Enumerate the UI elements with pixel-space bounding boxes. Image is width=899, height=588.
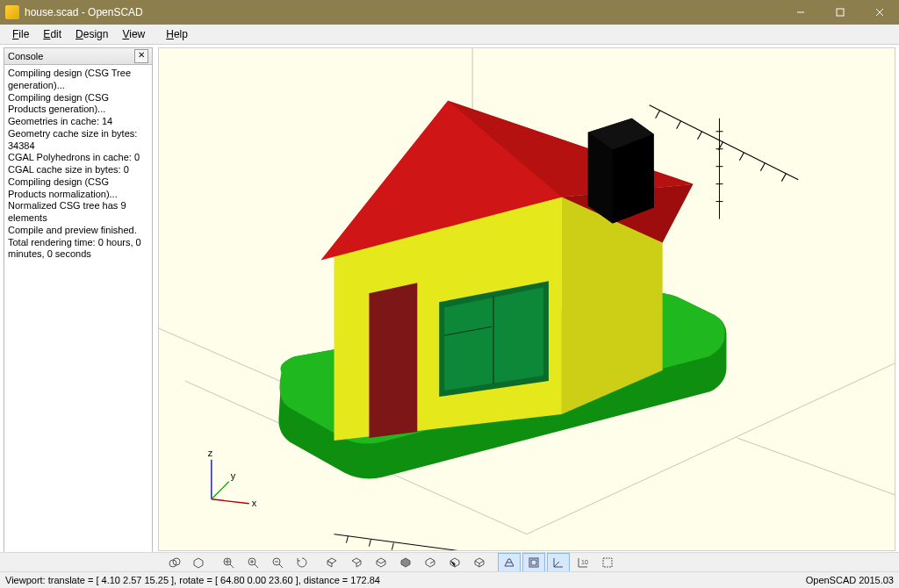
view-left-button[interactable]	[394, 553, 417, 572]
svg-line-12	[698, 132, 702, 140]
house-door	[369, 283, 417, 438]
svg-line-50	[554, 562, 559, 567]
svg-line-10	[656, 111, 660, 118]
preview-button[interactable]	[162, 553, 185, 572]
view-back-button[interactable]	[443, 553, 466, 572]
axis-indicator: z x y	[208, 448, 257, 508]
svg-text:x: x	[252, 498, 257, 508]
workspace: Console ✕ Compiling design (CSG Tree gen…	[0, 44, 899, 555]
menu-bar: File Edit Design View Help	[0, 25, 899, 45]
console-header[interactable]: Console ✕	[4, 47, 153, 65]
svg-line-20	[392, 543, 393, 550]
svg-text:y: y	[231, 470, 236, 481]
menu-help[interactable]: Help	[159, 26, 195, 42]
view-toolbar: 10	[0, 552, 899, 572]
app-icon	[5, 5, 19, 19]
console-close-button[interactable]: ✕	[134, 49, 148, 63]
version-label: OpenSCAD 2015.03	[806, 575, 894, 585]
svg-line-18	[346, 536, 348, 543]
view-all-button[interactable]	[217, 553, 240, 572]
3d-viewport[interactable]: z x y	[158, 47, 895, 551]
view-bottom-button[interactable]	[370, 553, 392, 572]
view-diagonal-button[interactable]	[468, 553, 491, 572]
show-axes-button[interactable]	[547, 553, 570, 572]
orthogonal-button[interactable]	[522, 553, 545, 572]
perspective-button[interactable]	[498, 553, 521, 572]
zoom-in-button[interactable]	[241, 553, 264, 572]
view-right-button[interactable]	[320, 553, 343, 572]
svg-line-9	[650, 105, 799, 180]
scene-render: z x y	[159, 48, 895, 551]
svg-rect-47	[531, 560, 536, 565]
svg-line-44	[279, 564, 283, 568]
svg-line-40	[255, 564, 258, 568]
svg-rect-54	[603, 558, 612, 567]
zoom-out-button[interactable]	[266, 553, 289, 572]
menu-design[interactable]: Design	[68, 26, 115, 42]
minimize-button[interactable]	[780, 0, 820, 25]
svg-line-31	[212, 482, 229, 499]
view-front-button[interactable]	[419, 553, 442, 572]
close-button[interactable]	[859, 0, 899, 25]
status-bar: Viewport: translate = [ 4.10 2.57 15.25 …	[0, 571, 899, 588]
svg-text:z: z	[208, 448, 213, 458]
maximize-button[interactable]	[820, 0, 859, 25]
svg-rect-1	[837, 9, 844, 16]
window-title: house.scad - OpenSCAD	[25, 6, 143, 18]
svg-line-16	[781, 174, 786, 182]
menu-file[interactable]: File	[5, 26, 36, 42]
svg-line-19	[369, 540, 370, 547]
render-button[interactable]	[187, 553, 210, 572]
show-scale-button[interactable]: 10	[572, 553, 594, 572]
svg-line-17	[334, 534, 466, 551]
viewport-status: Viewport: translate = [ 4.10 2.57 15.25 …	[5, 575, 380, 585]
reset-view-button[interactable]	[291, 553, 313, 572]
svg-line-11	[677, 121, 681, 129]
menu-edit[interactable]: Edit	[36, 26, 68, 42]
view-top-button[interactable]	[345, 553, 368, 572]
console-title: Console	[8, 51, 43, 61]
title-bar: house.scad - OpenSCAD	[0, 0, 899, 25]
menu-view[interactable]: View	[115, 26, 152, 42]
console-output: Compiling design (CSG Tree generation)..…	[4, 65, 153, 554]
house-chimney	[588, 118, 654, 224]
svg-line-30	[212, 499, 249, 504]
console-panel: Console ✕ Compiling design (CSG Tree gen…	[4, 47, 153, 554]
svg-line-15	[760, 163, 765, 171]
svg-line-14	[739, 153, 744, 161]
svg-text:10: 10	[581, 559, 588, 565]
svg-line-38	[230, 564, 234, 568]
show-crosshair-button[interactable]	[596, 553, 619, 572]
svg-line-7	[737, 438, 895, 495]
